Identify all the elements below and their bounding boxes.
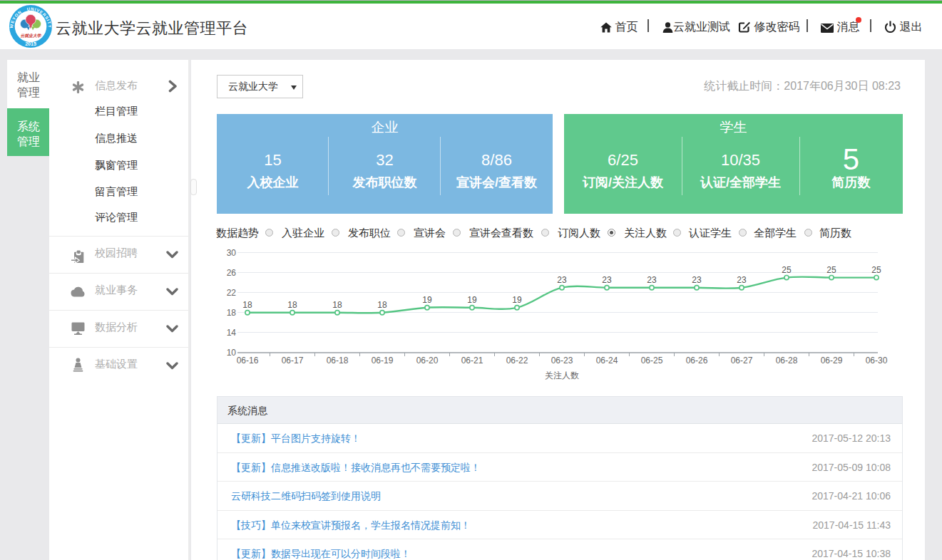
- svg-text:06-30: 06-30: [866, 356, 888, 365]
- svg-text:06-25: 06-25: [641, 356, 663, 365]
- svg-text:18: 18: [242, 300, 252, 310]
- svg-text:06-17: 06-17: [282, 356, 304, 365]
- svg-text:06-22: 06-22: [506, 356, 528, 365]
- svg-text:06-16: 06-16: [237, 356, 259, 365]
- svg-text:19: 19: [467, 295, 477, 305]
- svg-text:25: 25: [826, 265, 836, 275]
- svg-text:06-23: 06-23: [551, 356, 573, 365]
- svg-text:18: 18: [287, 300, 297, 310]
- svg-text:关注人数: 关注人数: [545, 370, 579, 380]
- svg-text:23: 23: [647, 275, 657, 285]
- svg-text:23: 23: [692, 275, 702, 285]
- svg-text:19: 19: [512, 295, 522, 305]
- svg-text:22: 22: [227, 288, 237, 298]
- svg-text:30: 30: [227, 248, 237, 258]
- svg-text:2015: 2015: [25, 41, 36, 46]
- svg-text:18: 18: [377, 300, 387, 310]
- svg-text:14: 14: [227, 328, 237, 338]
- svg-text:06-29: 06-29: [821, 356, 843, 365]
- svg-text:25: 25: [871, 265, 881, 275]
- svg-text:06-21: 06-21: [461, 356, 483, 365]
- svg-text:06-19: 06-19: [372, 356, 394, 365]
- svg-text:18: 18: [227, 308, 237, 318]
- svg-text:25: 25: [782, 265, 792, 275]
- svg-text:06-18: 06-18: [327, 356, 349, 365]
- svg-text:26: 26: [227, 268, 237, 278]
- svg-text:23: 23: [602, 275, 612, 285]
- svg-text:06-27: 06-27: [731, 356, 753, 365]
- svg-text:06-24: 06-24: [596, 356, 618, 365]
- svg-text:19: 19: [422, 295, 432, 305]
- svg-text:23: 23: [557, 275, 567, 285]
- svg-text:18: 18: [332, 300, 342, 310]
- svg-text:云就业大学: 云就业大学: [21, 33, 42, 38]
- svg-text:06-28: 06-28: [776, 356, 798, 365]
- svg-text:23: 23: [737, 275, 747, 285]
- svg-text:10: 10: [227, 348, 237, 358]
- svg-text:06-20: 06-20: [416, 356, 439, 365]
- svg-text:06-26: 06-26: [686, 356, 708, 365]
